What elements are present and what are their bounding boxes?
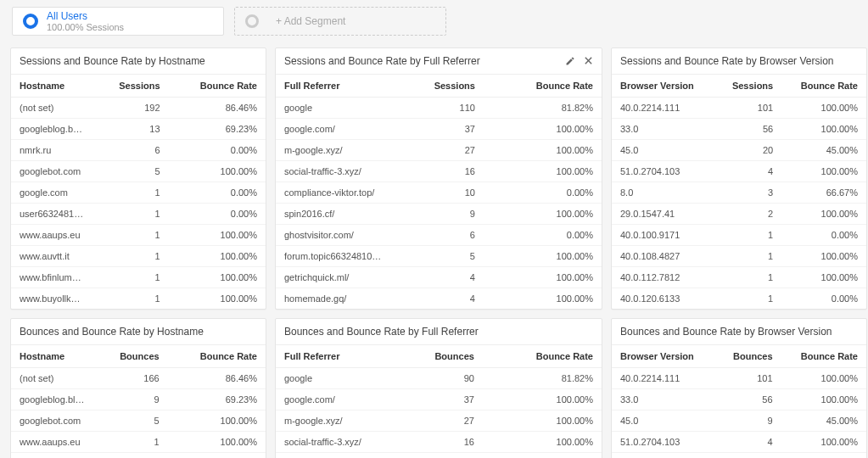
table-row[interactable]: 40.0.2214.111101100.00%	[612, 98, 866, 119]
table-row[interactable]: google.com/37100.00%	[276, 389, 602, 411]
table-row[interactable]: 45.0945.00%	[612, 411, 866, 432]
metric-cell: 100.00%	[169, 161, 266, 182]
column-header[interactable]: Bounce Rate	[169, 75, 266, 98]
add-segment-button[interactable]: + Add Segment	[234, 7, 446, 36]
widget-title: Sessions and Bounce Rate by Hostname	[20, 55, 205, 67]
widget-header: Sessions and Bounce Rate by Hostname	[11, 48, 266, 75]
table-row[interactable]: google.com/37100.00%	[276, 119, 602, 140]
metric-cell: 81.82%	[483, 368, 602, 389]
column-header[interactable]: Bounce Rate	[484, 75, 602, 98]
metric-cell: 4	[715, 161, 781, 182]
column-header[interactable]: Bounce Rate	[168, 345, 266, 368]
column-header[interactable]: Bounces	[93, 345, 168, 368]
close-icon[interactable]	[584, 56, 593, 66]
metric-cell: 90	[392, 368, 483, 389]
column-header[interactable]: Full Referrer	[276, 345, 392, 368]
data-table: HostnameBouncesBounce Rate(not set)16686…	[11, 345, 266, 458]
column-header[interactable]: Browser Version	[612, 75, 715, 98]
table-row[interactable]: ghostvisitor.com/60.00%	[276, 225, 602, 246]
table-row[interactable]: www.bfinlumnj.au1100.00%	[11, 267, 266, 288]
column-header[interactable]: Bounce Rate	[781, 75, 866, 98]
table-row[interactable]: googlebot.com5100.00%	[11, 161, 266, 182]
column-header[interactable]: Hostname	[11, 75, 92, 98]
table-row[interactable]: googlebot.com5100.00%	[11, 411, 266, 432]
table-row[interactable]: (not set)19286.46%	[11, 98, 266, 119]
dimension-cell: compliance-viktor.top/	[276, 182, 391, 204]
table-row[interactable]: 40.0.100.917110.00%	[612, 225, 866, 246]
column-header[interactable]: Hostname	[11, 345, 93, 368]
table-row[interactable]: 40.0.108.48271100.00%	[612, 246, 866, 267]
table-row[interactable]: social-traffic-3.xyz/16100.00%	[276, 161, 602, 182]
metric-cell: 100.00%	[168, 432, 266, 453]
metric-cell: 1	[93, 432, 168, 453]
table-row[interactable]: 40.0.2214.111101100.00%	[612, 368, 866, 389]
table-row[interactable]: spin2016.cf/9100.00%	[276, 453, 602, 459]
dimension-cell: m-google.xyz/	[276, 140, 391, 161]
widget-title: Bounces and Bounce Rate by Hostname	[20, 326, 204, 338]
edit-icon[interactable]	[565, 56, 575, 66]
table-row[interactable]: nmrk.ru60.00%	[11, 140, 266, 161]
table-row[interactable]: 29.0.1547.412100.00%	[612, 453, 866, 459]
table-row[interactable]: 29.0.1547.412100.00%	[612, 204, 866, 225]
segment-bar: All Users 100.00% Sessions + Add Segment	[0, 0, 868, 47]
table-row[interactable]: getrichquick.ml/4100.00%	[276, 267, 602, 288]
table-row[interactable]: www.aaups.eu1100.00%	[11, 225, 266, 246]
table-row[interactable]: (not set)16686.46%	[11, 368, 266, 389]
table-row[interactable]: 45.02045.00%	[612, 140, 866, 161]
metric-cell: 5	[391, 246, 484, 267]
column-header[interactable]: Sessions	[715, 75, 781, 98]
table-row[interactable]: social-traffic-3.xyz/16100.00%	[276, 432, 602, 453]
column-header[interactable]: Bounce Rate	[781, 345, 866, 368]
table-row[interactable]: forum.topic66324810.ilovevitaly.xyz/5100…	[276, 246, 602, 267]
dimension-cell: 29.0.1547.41	[612, 204, 715, 225]
table-row[interactable]: google9081.82%	[276, 368, 602, 389]
table-row[interactable]: google.com10.00%	[11, 182, 266, 204]
metric-cell: 100.00%	[484, 119, 602, 140]
dimension-cell: 40.0.108.4827	[612, 246, 715, 267]
column-header[interactable]: Bounce Rate	[483, 345, 602, 368]
metric-cell: 100.00%	[781, 267, 866, 288]
table-row[interactable]: www.aaups.eu1100.00%	[11, 432, 266, 453]
widget: Bounces and Bounce Rate by Full Referrer…	[275, 318, 602, 458]
table-row[interactable]: 51.0.2704.1034100.00%	[612, 432, 866, 453]
metric-cell: 81.82%	[484, 98, 602, 119]
table-row[interactable]: www.buyollknz.co.uk1100.00%	[11, 288, 266, 310]
table-row[interactable]: compliance-viktor.top/100.00%	[276, 182, 602, 204]
table-row[interactable]: 33.056100.00%	[612, 389, 866, 411]
table-row[interactable]: m-google.xyz/27100.00%	[276, 140, 602, 161]
metric-cell: 9	[392, 453, 483, 459]
table-row[interactable]: 40.0.112.78121100.00%	[612, 267, 866, 288]
segment-circle-icon	[23, 14, 38, 29]
segment-all-users[interactable]: All Users 100.00% Sessions	[12, 7, 224, 36]
dimension-cell: getrichquick.ml/	[276, 267, 391, 288]
table-row[interactable]: 8.0366.67%	[612, 182, 866, 204]
table-row[interactable]: www.auvtt.it1100.00%	[11, 246, 266, 267]
table-row[interactable]: www.auvtt.it1100.00%	[11, 453, 266, 459]
table-row[interactable]: 51.0.2704.1034100.00%	[612, 161, 866, 182]
metric-cell: 0.00%	[484, 225, 602, 246]
table-row[interactable]: m-google.xyz/27100.00%	[276, 411, 602, 432]
metric-cell: 166	[93, 368, 168, 389]
table-row[interactable]: user66324810.6hoping.com10.00%	[11, 204, 266, 225]
table-row[interactable]: google11081.82%	[276, 98, 602, 119]
table-row[interactable]: 33.056100.00%	[612, 119, 866, 140]
column-header[interactable]: Browser Version	[612, 345, 716, 368]
dimension-cell: google	[276, 368, 392, 389]
column-header[interactable]: Full Referrer	[276, 75, 391, 98]
table-row[interactable]: 40.0.120.613310.00%	[612, 288, 866, 310]
dimension-cell: m-google.xyz/	[276, 411, 392, 432]
column-header[interactable]: Bounces	[716, 345, 781, 368]
table-row[interactable]: googleblog.blogspot.com969.23%	[11, 389, 266, 411]
add-circle-icon	[245, 14, 259, 28]
column-header[interactable]: Bounces	[392, 345, 483, 368]
widget-header: Sessions and Bounce Rate by Browser Vers…	[612, 48, 866, 75]
column-header[interactable]: Sessions	[391, 75, 484, 98]
dimension-cell: 45.0	[612, 140, 715, 161]
table-row[interactable]: googleblog.blogspot.com1369.23%	[11, 119, 266, 140]
metric-cell: 100.00%	[781, 389, 866, 411]
column-header[interactable]: Sessions	[92, 75, 169, 98]
table-row[interactable]: spin2016.cf/9100.00%	[276, 204, 602, 225]
metric-cell: 1	[715, 246, 781, 267]
widget: Bounces and Bounce Rate by Browser Versi…	[611, 318, 867, 458]
table-row[interactable]: homemade.gq/4100.00%	[276, 288, 602, 310]
